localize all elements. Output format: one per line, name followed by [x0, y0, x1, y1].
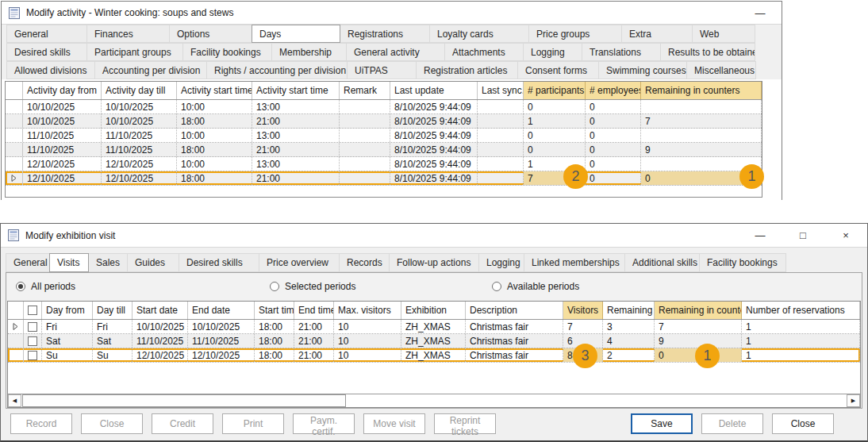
row-checkbox[interactable]: [28, 336, 37, 346]
move-visit-button[interactable]: Move visit: [363, 413, 425, 434]
tab-facility-bookings[interactable]: Facility bookings: [699, 253, 786, 272]
tab-attachments[interactable]: Attachments: [444, 43, 524, 61]
tab-allowed-divisions[interactable]: Allowed divisions: [6, 61, 95, 79]
table-row[interactable]: 12/10/202512/10/202510:0013:008/10/2025 …: [6, 157, 762, 171]
col-header-end-time[interactable]: End time: [294, 302, 334, 319]
tab-general-activity[interactable]: General activity: [346, 43, 445, 61]
col-header-remaining[interactable]: Remaining: [603, 302, 655, 319]
tab-visits[interactable]: Visits: [49, 253, 89, 272]
col-header-activity-day-till[interactable]: Activity day till: [102, 82, 177, 99]
tab-guides[interactable]: Guides: [127, 253, 179, 272]
table-row[interactable]: 12/10/202512/10/202518:0021:008/10/2025 …: [6, 171, 762, 186]
radio-selected-periods[interactable]: Selected periods: [270, 281, 355, 292]
tab-finances[interactable]: Finances: [86, 25, 170, 43]
col-header-remark[interactable]: Remark: [340, 82, 390, 99]
tab-miscellaneous[interactable]: Miscellaneous: [686, 61, 756, 79]
col-header-selector[interactable]: [6, 82, 23, 99]
scrollbar-thumb[interactable]: [22, 394, 346, 407]
tab-follow-up-actions[interactable]: Follow-up actions: [389, 253, 479, 272]
col-header-last-update[interactable]: Last update: [390, 82, 478, 99]
table-row[interactable]: 10/10/202510/10/202518:0021:008/10/2025 …: [6, 114, 762, 129]
horizontal-scrollbar[interactable]: ◀▶: [8, 394, 860, 407]
tab-web[interactable]: Web: [692, 25, 755, 43]
close-button[interactable]: Close: [81, 413, 143, 434]
tab-participant-groups[interactable]: Participant groups: [86, 43, 183, 61]
tab-options[interactable]: Options: [169, 25, 252, 43]
select-all-checkbox[interactable]: [28, 306, 37, 315]
close-button[interactable]: ×: [824, 224, 867, 247]
tab-registrations[interactable]: Registrations: [340, 25, 430, 43]
radio-available-periods[interactable]: Available periods: [492, 281, 579, 292]
tab-additional-skills[interactable]: Additional skills: [624, 253, 700, 272]
col-header-activity-start-time[interactable]: Activity start time: [252, 82, 340, 99]
minimize-button[interactable]: —: [739, 224, 782, 247]
col-header-max-visitors[interactable]: Max. visitors: [334, 302, 401, 319]
tab-sales[interactable]: Sales: [88, 253, 128, 272]
delete-button[interactable]: Delete: [701, 413, 763, 434]
row-checkbox-cell[interactable]: [24, 334, 42, 348]
tab-swimming-courses[interactable]: Swimming courses: [598, 61, 687, 79]
tab-extra[interactable]: Extra: [621, 25, 693, 43]
tab-days[interactable]: Days: [252, 25, 340, 43]
col-header-description[interactable]: Description: [466, 302, 563, 319]
tab-records[interactable]: Records: [339, 253, 390, 272]
tab-general[interactable]: General: [6, 253, 50, 272]
col-header-start-date[interactable]: Start date▲: [133, 302, 188, 319]
col-header-day-from[interactable]: Day from: [42, 302, 93, 319]
col-header-remaining-in-counters[interactable]: Remaining in counters: [655, 302, 742, 319]
row-checkbox-cell[interactable]: [24, 348, 42, 362]
col-header-selector[interactable]: [8, 302, 24, 319]
col-header-visitors[interactable]: Visitors: [563, 302, 603, 319]
col-header-remaining-in-counters[interactable]: Remaining in counters: [641, 82, 762, 99]
table-row[interactable]: 10/10/202510/10/202510:0013:008/10/2025 …: [6, 100, 762, 114]
tab-price-groups[interactable]: Price groups: [528, 25, 622, 43]
credit-button[interactable]: Credit: [152, 413, 213, 434]
table-row[interactable]: SuSu12/10/202512/10/202518:0021:0010ZH_X…: [8, 348, 860, 363]
col-header-employees[interactable]: # employees: [586, 82, 641, 99]
tab-logging[interactable]: Logging: [478, 253, 524, 272]
tab-registration-articles[interactable]: Registration articles: [416, 61, 518, 79]
col-header-day-till[interactable]: Day till: [93, 302, 133, 319]
tab-facility-bookings[interactable]: Facility bookings: [182, 43, 272, 61]
maximize-button[interactable]: □: [782, 224, 824, 247]
tab-loyalty-cards[interactable]: Loyalty cards: [429, 25, 529, 43]
col-header-activity-start-time[interactable]: Activity start time: [177, 82, 252, 99]
scroll-left-icon[interactable]: ◀: [8, 394, 21, 407]
table-row[interactable]: 11/10/202511/10/202510:0013:008/10/2025 …: [6, 129, 762, 143]
tab-membership[interactable]: Membership: [271, 43, 347, 61]
tab-logging[interactable]: Logging: [523, 43, 582, 61]
row-checkbox-cell[interactable]: [24, 320, 42, 333]
paym-certif-button[interactable]: Paym. certif.: [293, 413, 355, 434]
tab-linked-memberships[interactable]: Linked memberships: [524, 253, 625, 272]
minimize-button[interactable]: —: [739, 2, 782, 24]
tab-translations[interactable]: Translations: [582, 43, 661, 61]
col-header-exhibition[interactable]: Exhibition: [401, 302, 466, 319]
table-row[interactable]: FriFri10/10/202510/10/202518:0021:0010ZH…: [8, 320, 860, 334]
tab-desired-skills[interactable]: Desired skills: [179, 253, 259, 272]
scroll-right-icon[interactable]: ▶: [847, 394, 860, 407]
tab-results-to-be-obtained[interactable]: Results to be obtained: [660, 43, 755, 61]
tab-price-overview[interactable]: Price overview: [259, 253, 340, 272]
row-checkbox[interactable]: [28, 322, 37, 332]
tab-rights-accounting-per-division[interactable]: Rights / accounting per division: [206, 61, 348, 79]
tab-uitpas[interactable]: UiTPAS: [347, 61, 417, 79]
col-header-start-time[interactable]: Start time: [255, 302, 294, 319]
tab-general[interactable]: General: [6, 25, 87, 43]
tab-consent-forms[interactable]: Consent forms: [517, 61, 599, 79]
record-button[interactable]: Record: [10, 413, 72, 434]
col-header-number-of-reservations[interactable]: Number of reservations: [742, 302, 860, 319]
col-header-end-date[interactable]: End date: [188, 302, 255, 319]
col-header-checkbox[interactable]: [24, 302, 42, 319]
col-header-last-sync[interactable]: Last sync.: [478, 82, 524, 99]
col-header-activity-day-from[interactable]: Activity day from: [23, 82, 102, 99]
reprint-tickets-button[interactable]: Reprint tickets: [434, 413, 496, 434]
print-button[interactable]: Print: [222, 413, 284, 434]
table-row[interactable]: SatSat11/10/202511/10/202518:0021:0010ZH…: [8, 334, 860, 348]
table-row[interactable]: 11/10/202511/10/202518:0021:008/10/2025 …: [6, 143, 762, 157]
close-button[interactable]: Close: [772, 413, 834, 434]
col-header-participants[interactable]: # participants: [524, 82, 586, 99]
tab-desired-skills[interactable]: Desired skills: [6, 43, 87, 61]
row-checkbox[interactable]: [28, 351, 37, 360]
save-button[interactable]: Save: [631, 413, 693, 434]
radio-all-periods[interactable]: All periods: [16, 281, 75, 292]
